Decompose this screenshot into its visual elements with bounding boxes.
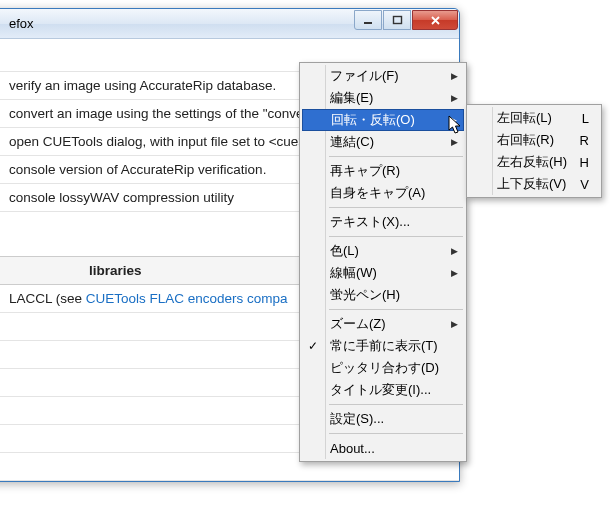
menu-separator — [329, 236, 463, 237]
menu-capture-self[interactable]: 自身をキャプ(A) — [302, 182, 464, 204]
menu-concat[interactable]: 連結(C)▶ — [302, 131, 464, 153]
menu-highlighter[interactable]: 蛍光ペン(H) — [302, 284, 464, 306]
menu-about[interactable]: About... — [302, 437, 464, 459]
maximize-button[interactable] — [383, 10, 411, 30]
menu-separator — [329, 433, 463, 434]
submenu-flip-horizontal[interactable]: 左右反転(H)H — [469, 151, 599, 173]
check-icon: ✓ — [308, 339, 318, 353]
menu-recapture[interactable]: 再キャプ(R) — [302, 160, 464, 182]
encoder-comparison-link[interactable]: CUETools FLAC encoders compa — [86, 291, 288, 306]
menu-file[interactable]: ファイル(F)▶ — [302, 65, 464, 87]
menu-title-change[interactable]: タイトル変更(I)... — [302, 379, 464, 401]
menu-fit[interactable]: ピッタリ合わす(D) — [302, 357, 464, 379]
row-text: LACCL (see — [9, 291, 86, 306]
svg-rect-1 — [393, 16, 401, 23]
context-menu: ファイル(F)▶ 編集(E)▶ 回転・反転(O)▶ 連結(C)▶ 再キャプ(R)… — [299, 62, 467, 462]
menu-separator — [329, 156, 463, 157]
minimize-button[interactable] — [354, 10, 382, 30]
window-controls — [354, 9, 459, 31]
menu-text[interactable]: テキスト(X)... — [302, 211, 464, 233]
svg-rect-0 — [364, 22, 372, 24]
rotate-submenu: 左回転(L)L 右回転(R)R 左右反転(H)H 上下反転(V)V — [466, 104, 602, 198]
submenu-rotate-right[interactable]: 右回転(R)R — [469, 129, 599, 151]
menu-settings[interactable]: 設定(S)... — [302, 408, 464, 430]
close-button[interactable] — [412, 10, 458, 30]
menu-color[interactable]: 色(L)▶ — [302, 240, 464, 262]
window-title: efox — [9, 16, 34, 31]
menu-separator — [329, 404, 463, 405]
menu-rotate-flip[interactable]: 回転・反転(O)▶ — [302, 109, 464, 131]
submenu-flip-vertical[interactable]: 上下反転(V)V — [469, 173, 599, 195]
menu-line-width[interactable]: 線幅(W)▶ — [302, 262, 464, 284]
titlebar[interactable]: efox — [0, 9, 459, 39]
menu-edit[interactable]: 編集(E)▶ — [302, 87, 464, 109]
menu-zoom[interactable]: ズーム(Z)▶ — [302, 313, 464, 335]
menu-separator — [329, 309, 463, 310]
menu-separator — [329, 207, 463, 208]
menu-always-on-top[interactable]: ✓常に手前に表示(T) — [302, 335, 464, 357]
submenu-rotate-left[interactable]: 左回転(L)L — [469, 107, 599, 129]
